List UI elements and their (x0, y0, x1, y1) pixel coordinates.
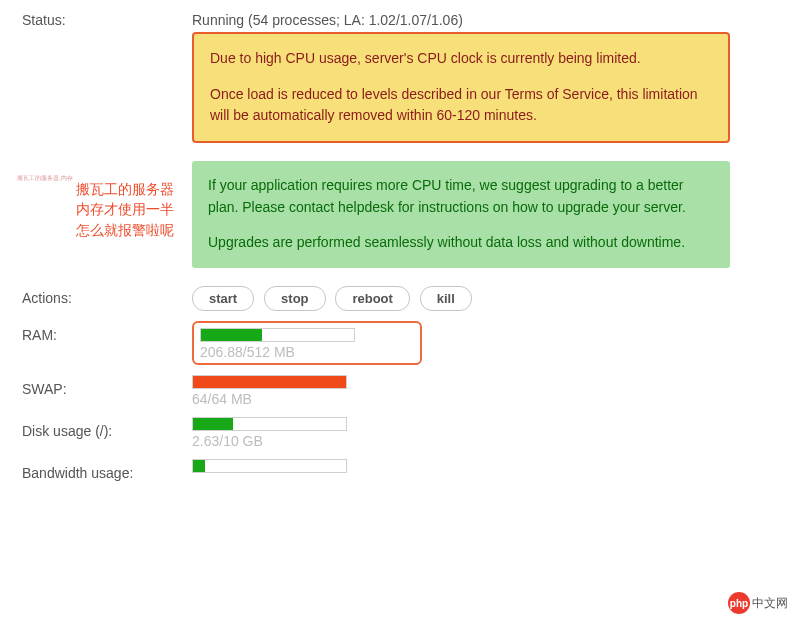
annotation-line-3: 怎么就报警啦呢 (76, 221, 174, 241)
kill-button[interactable]: kill (420, 286, 472, 311)
swap-meter (192, 375, 347, 389)
swap-row: SWAP: 64/64 MB (0, 373, 800, 409)
swap-text: 64/64 MB (192, 391, 730, 407)
ram-label: RAM: (22, 321, 192, 343)
site-logo-text: 中文网 (752, 595, 788, 612)
disk-label: Disk usage (/): (22, 417, 192, 439)
ram-meter-fill (201, 329, 262, 341)
info-line-2: Upgrades are performed seamlessly withou… (208, 232, 714, 254)
start-button[interactable]: start (192, 286, 254, 311)
annotation-line-2: 内存才使用一半 (76, 200, 174, 220)
site-logo: php 中文网 (728, 592, 788, 614)
bandwidth-meter-fill (193, 460, 205, 472)
annotation-line-1: 搬瓦工的服务器 (76, 180, 174, 200)
bandwidth-meter (192, 459, 347, 473)
actions-label: Actions: (22, 284, 192, 306)
ram-highlight-box: 206.88/512 MB (192, 321, 422, 365)
status-value: Running (54 processes; LA: 1.02/1.07/1.0… (192, 12, 730, 28)
stop-button[interactable]: stop (264, 286, 325, 311)
bandwidth-label: Bandwidth usage: (22, 459, 192, 481)
watermark-tiny: 搬瓦工的服务器,内存 (17, 174, 73, 183)
upgrade-info: If your application requires more CPU ti… (192, 161, 730, 268)
swap-meter-fill (193, 376, 346, 388)
ram-row: RAM: 206.88/512 MB (0, 319, 800, 367)
ram-meter (200, 328, 355, 342)
disk-meter (192, 417, 347, 431)
ram-text: 206.88/512 MB (200, 344, 412, 360)
warning-line-2: Once load is reduced to levels described… (210, 84, 712, 127)
disk-text: 2.63/10 GB (192, 433, 730, 449)
warning-line-1: Due to high CPU usage, server's CPU cloc… (210, 48, 712, 70)
info-line-1: If your application requires more CPU ti… (208, 175, 714, 218)
actions-row: Actions: start stop reboot kill (0, 282, 800, 313)
php-badge-icon: php (728, 592, 750, 614)
reboot-button[interactable]: reboot (335, 286, 409, 311)
swap-label: SWAP: (22, 375, 192, 397)
disk-row: Disk usage (/): 2.63/10 GB (0, 415, 800, 451)
cpu-limit-warning: Due to high CPU usage, server's CPU cloc… (192, 32, 730, 143)
chinese-annotation: 搬瓦工的服务器 内存才使用一半 怎么就报警啦呢 (76, 180, 174, 241)
status-label: Status: (22, 6, 192, 28)
bandwidth-row: Bandwidth usage: (0, 457, 800, 483)
disk-meter-fill (193, 418, 233, 430)
